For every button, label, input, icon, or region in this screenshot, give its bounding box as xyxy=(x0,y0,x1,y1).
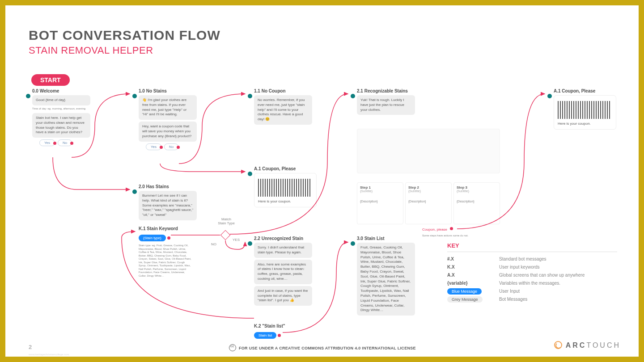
stainlist-title: 3.0 Stain List xyxy=(357,236,415,241)
diagram-frame: BOT CONVERSATION FLOW STAIN REMOVAL HELP… xyxy=(0,0,644,362)
barcode-icon xyxy=(258,179,312,197)
node-recog: 2.1 Recognizable Stains Yuk! That is rou… xyxy=(357,88,415,117)
recog-msg1: Yuk! That is rough. Luckily I have just … xyxy=(357,95,415,115)
match-diamond xyxy=(220,230,231,240)
match-yes: YES xyxy=(233,238,240,242)
flow-dot xyxy=(278,334,281,337)
nocoupon-title: 1.1 No Coupon xyxy=(254,88,312,93)
hasstains-msg1: Bummer! Let me see if I can help. What k… xyxy=(139,191,197,220)
hasstains-title: 2.0 Has Stains xyxy=(139,184,197,189)
page-number: 2 xyxy=(29,344,32,350)
page-title: BOT CONVERSATION FLOW xyxy=(29,28,220,43)
unrec-msg1: Sorry. I didn't understand that stain ty… xyxy=(254,243,312,258)
arctouch-icon xyxy=(554,341,562,349)
node-dot xyxy=(26,94,30,98)
coupon-box: Here is your coupon. xyxy=(554,95,616,130)
k1-longtext: Stain type: eg. Fruit, Grease, Cooking O… xyxy=(139,244,192,278)
welcome-msg2: Stain bot here. I can help get your clot… xyxy=(32,113,90,138)
node-coupon-a: A.1 Coupon, Please Here is your coupon. xyxy=(254,166,317,207)
flow-dot xyxy=(177,146,180,149)
unrec-title: 2.2 Unrecognized Stain xyxy=(254,236,312,241)
node-dot xyxy=(547,94,552,98)
node-nocoupon: 1.1 No Coupon No worries. Remember, if y… xyxy=(254,88,312,126)
recog-title: 2.1 Recognizable Stains xyxy=(357,88,415,93)
welcome-yes[interactable]: Yes xyxy=(39,139,55,146)
node-dot xyxy=(248,172,252,176)
coupon-box: Here is your coupon. xyxy=(254,173,317,207)
node-dot xyxy=(351,94,355,98)
flow-dot xyxy=(450,227,453,230)
k1-pill[interactable]: {Stain type} xyxy=(139,235,166,241)
recog-note: Some steps have actions some do not. xyxy=(422,234,468,237)
welcome-msg1: Good {time of day} xyxy=(32,95,90,105)
unrec-msg3: And just in case, if you want the comple… xyxy=(254,286,312,306)
node-unrec: 2.2 Unrecognized Stain Sorry. I didn't u… xyxy=(254,236,312,307)
couponA-text: Here is your coupon. xyxy=(258,199,313,203)
nostains-no[interactable]: No xyxy=(164,143,178,150)
watermark: www.heritagechristiancollege.com xyxy=(29,353,69,356)
flow-dot xyxy=(53,142,56,145)
node-dot xyxy=(351,241,355,246)
node-dot xyxy=(248,241,252,246)
nostains-title: 1.0 No Stains xyxy=(139,88,197,93)
couponA-title: A.1 Coupon, Please xyxy=(254,166,317,171)
node-welcome: 0.0 Welcome Good {time of day} Time of d… xyxy=(32,88,90,146)
flow-dot xyxy=(167,236,170,240)
node-hasstains: 2.0 Has Stains Bummer! Let me see if I c… xyxy=(139,184,197,222)
recog-action[interactable]: Coupon, please xyxy=(422,227,453,232)
step-3: Step 3 {Subtitle} {Description} xyxy=(453,182,500,224)
couponB-title: A.1 Coupon, Please xyxy=(554,88,616,93)
flow-dot xyxy=(160,146,163,149)
recog-steps: Step 1 {Subtitle} {Description} Step 2 {… xyxy=(357,182,500,224)
match-no: NO xyxy=(211,242,216,246)
node-dot xyxy=(248,94,252,98)
welcome-no[interactable]: No xyxy=(58,139,72,146)
unrec-msg2: Also, here are some examples of stains I… xyxy=(254,260,312,284)
nostains-msg1: 👋 I'm glad your clothes are free from st… xyxy=(139,95,197,120)
key-heading: KEY xyxy=(447,242,617,252)
k1-title: K.1 Stain Keyword xyxy=(139,226,192,231)
welcome-note: Time of day: eg. morning, afternoon, eve… xyxy=(32,107,86,110)
match-label: MatchStain Type xyxy=(214,217,239,225)
recog-placeholder xyxy=(357,129,500,173)
arctouch-logo: ARCTOUCH xyxy=(554,341,621,349)
node-k1: K.1 Stain Keyword {Stain type} Stain typ… xyxy=(139,226,192,278)
cc-license: FOR USE UNDER A CREATIVE COMMONS ATTRIBU… xyxy=(229,344,416,351)
nostains-yes[interactable]: Yes xyxy=(146,143,161,150)
node-k2: K.2 "Stain list" Stain list xyxy=(254,324,285,339)
flow-dot xyxy=(70,142,73,145)
welcome-title: 0.0 Welcome xyxy=(32,88,90,93)
start-badge: START xyxy=(31,74,70,86)
stainlist-msg1: Fruit, Grease, Cooking Oil, Mayonnaise, … xyxy=(357,243,415,316)
k2-pill[interactable]: Stain list xyxy=(254,332,276,339)
k2-title: K.2 "Stain list" xyxy=(254,324,285,328)
step-2: Step 2 {Subtitle} {Description} xyxy=(405,182,452,224)
page-subtitle: STAIN REMOVAL HELPER xyxy=(29,45,153,56)
node-nostains: 1.0 No Stains 👋 I'm glad your clothes ar… xyxy=(139,88,197,150)
node-dot xyxy=(132,189,137,194)
node-stainlist: 3.0 Stain List Fruit, Grease, Cooking Oi… xyxy=(357,236,415,317)
node-coupon-b: A.1 Coupon, Please Here is your coupon. xyxy=(554,88,616,130)
nocoupon-msg1: No worries. Remember, if you ever need m… xyxy=(254,95,312,125)
step-1: Step 1 {Subtitle} {Description} xyxy=(357,182,403,224)
nostains-msg2: Hey, want a coupon code that will save y… xyxy=(139,122,197,141)
node-dot xyxy=(132,94,137,98)
couponB-text: Here is your coupon. xyxy=(558,122,612,126)
legend-key: KEY #.XStandard bot messagesK.XUser inpu… xyxy=(447,242,617,305)
barcode-icon xyxy=(558,101,611,119)
